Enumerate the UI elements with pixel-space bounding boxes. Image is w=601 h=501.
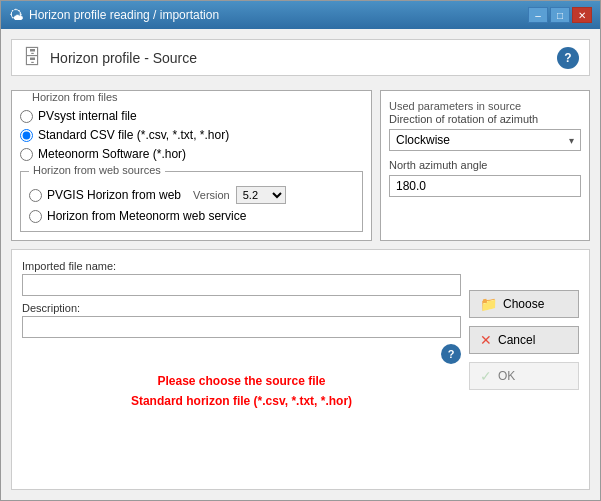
direction-dropdown[interactable]: Clockwise ▾ — [389, 129, 581, 151]
meteonorm-radio[interactable] — [20, 148, 33, 161]
description-label: Description: — [22, 302, 461, 314]
pvsyst-option[interactable]: PVsyst internal file — [20, 109, 363, 123]
north-angle-input[interactable] — [389, 175, 581, 197]
warning-text: Please choose the source file — [22, 374, 461, 388]
horizon-files-panel: Horizon from files PVsyst internal file … — [11, 90, 372, 241]
pvgis-radio[interactable] — [29, 189, 42, 202]
window-title: Horizon profile reading / importation — [29, 8, 219, 22]
bottom-section: Imported file name: Description: ? Pleas… — [11, 249, 590, 490]
bottom-help-button[interactable]: ? — [441, 344, 461, 364]
pvsyst-radio[interactable] — [20, 110, 33, 123]
standard-csv-option[interactable]: Standard CSV file (*.csv, *.txt, *.hor) — [20, 128, 363, 142]
version-label: Version — [193, 189, 230, 201]
direction-value: Clockwise — [396, 133, 450, 147]
used-params-label: Used parameters in source — [389, 100, 521, 112]
used-params-panel: Used parameters in source Direction of r… — [380, 90, 590, 241]
main-panels: Horizon from files PVsyst internal file … — [11, 90, 590, 241]
cancel-button[interactable]: ✕ Cancel — [469, 326, 579, 354]
choose-button[interactable]: 📁 Choose — [469, 290, 579, 318]
minimize-button[interactable]: – — [528, 7, 548, 23]
close-button[interactable]: ✕ — [572, 7, 592, 23]
horizon-files-options: PVsyst internal file Standard CSV file (… — [20, 109, 363, 161]
title-bar: 🌤 Horizon profile reading / importation … — [1, 1, 600, 29]
horizon-files-label: Horizon from files — [28, 91, 122, 103]
imported-file-label: Imported file name: — [22, 260, 461, 272]
title-bar-left: 🌤 Horizon profile reading / importation — [9, 7, 219, 23]
section-title-area: 🗄 Horizon profile - Source — [22, 46, 197, 69]
bottom-right-buttons: 📁 Choose ✕ Cancel ✓ OK — [469, 260, 579, 479]
app-icon: 🌤 — [9, 7, 23, 23]
pvgis-option[interactable]: PVGIS Horizon from web — [29, 188, 181, 202]
meteonorm-web-radio[interactable] — [29, 210, 42, 223]
section-title-text: Horizon profile - Source — [50, 50, 197, 66]
info-text: Standard horizon file (*.csv, *.txt, *.h… — [22, 394, 461, 408]
description-input[interactable] — [22, 316, 461, 338]
folder-icon: 📁 — [480, 296, 497, 312]
horizon-web-options: PVGIS Horizon from web Version 5.2 Horiz… — [29, 186, 354, 223]
section-header: 🗄 Horizon profile - Source ? — [11, 39, 590, 76]
ok-icon: ✓ — [480, 368, 492, 384]
imported-file-input[interactable] — [22, 274, 461, 296]
cancel-icon: ✕ — [480, 332, 492, 348]
north-label: North azimuth angle — [389, 159, 581, 171]
db-icon: 🗄 — [22, 46, 42, 69]
section-help-button[interactable]: ? — [557, 47, 579, 69]
content-area: 🗄 Horizon profile - Source ? Horizon fro… — [1, 29, 600, 500]
bottom-left-area: Imported file name: Description: ? Pleas… — [22, 260, 461, 479]
direction-label: Direction of rotation of azimuth — [389, 113, 581, 125]
title-buttons: – □ ✕ — [528, 7, 592, 23]
dropdown-arrow-icon: ▾ — [569, 135, 574, 146]
meteonorm-web-option[interactable]: Horizon from Meteonorm web service — [29, 209, 354, 223]
meteonorm-option[interactable]: Meteonorm Software (*.hor) — [20, 147, 363, 161]
ok-button[interactable]: ✓ OK — [469, 362, 579, 390]
standard-csv-radio[interactable] — [20, 129, 33, 142]
main-window: 🌤 Horizon profile reading / importation … — [0, 0, 601, 501]
horizon-web-label: Horizon from web sources — [29, 164, 165, 176]
horizon-web-panel: Horizon from web sources PVGIS Horizon f… — [20, 171, 363, 232]
pvgis-row: PVGIS Horizon from web Version 5.2 — [29, 186, 354, 204]
maximize-button[interactable]: □ — [550, 7, 570, 23]
version-select[interactable]: 5.2 — [236, 186, 286, 204]
